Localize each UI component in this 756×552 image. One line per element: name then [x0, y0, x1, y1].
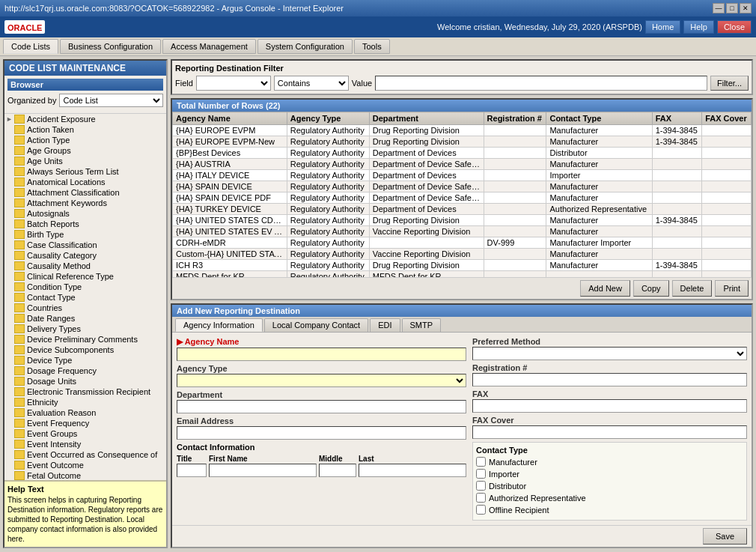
table-row[interactable]: ICH R3Regulatory AuthorityDrug Reporting… [173, 260, 752, 271]
list-item[interactable]: Device Subcomponents [4, 345, 166, 355]
department-input[interactable] [177, 400, 466, 413]
delete-button[interactable]: Delete [672, 280, 713, 297]
col-fax[interactable]: FAX [652, 112, 701, 125]
fax-input[interactable] [472, 399, 747, 413]
list-item[interactable]: Device Type [4, 355, 166, 366]
contact-middle-input[interactable] [319, 464, 356, 477]
close-window-button[interactable]: ✕ [740, 3, 752, 13]
table-row[interactable]: {HA} TURKEY DEVICERegulatory AuthorityDe… [173, 204, 752, 215]
table-row[interactable]: Custom-{HA} UNITED STATES EVAERSRegulato… [173, 249, 752, 260]
importer-checkbox[interactable] [476, 469, 486, 479]
col-agency-name[interactable]: Agency Name [173, 112, 287, 125]
preferred-method-select[interactable] [472, 347, 747, 360]
registration-input[interactable] [472, 373, 747, 386]
list-item[interactable]: Attachment Keywords [4, 198, 166, 208]
table-row[interactable]: {BP}Best DevicesRegulatory AuthorityDepa… [173, 148, 752, 159]
maximize-button[interactable]: □ [726, 3, 738, 13]
list-item[interactable]: Electronic Transmission Recipient [4, 386, 166, 397]
tab-tools[interactable]: Tools [354, 39, 390, 54]
tab-local-company-contact[interactable]: Local Company Contact [264, 318, 368, 332]
list-item[interactable]: Event Occurred as Consequence of [4, 449, 166, 460]
table-row[interactable]: {HA} UNITED STATES EV AERSRegulatory Aut… [173, 226, 752, 237]
distributor-checkbox[interactable] [476, 481, 486, 491]
filter-input[interactable] [375, 76, 707, 91]
tab-agency-information[interactable]: Agency Information [175, 318, 263, 332]
tab-smtp[interactable]: SMTP [402, 318, 442, 332]
list-item[interactable]: Fetal Outcome [4, 470, 166, 480]
table-row[interactable]: {HA} AUSTRIARegulatory AuthorityDepartme… [173, 159, 752, 170]
fax-cover-input[interactable] [472, 425, 747, 439]
contact-last-input[interactable] [359, 464, 466, 477]
table-row[interactable]: {HA} UNITED STATES CD ER R2Regulatory Au… [173, 215, 752, 226]
list-item[interactable]: Event Groups [4, 428, 166, 439]
col-department[interactable]: Department [369, 112, 484, 125]
organized-by-select[interactable]: Code List [59, 94, 163, 107]
list-item[interactable]: Contact Type [4, 292, 166, 303]
col-fax-cover[interactable]: FAX Cover [702, 112, 752, 125]
col-registration[interactable]: Registration # [484, 112, 546, 125]
table-row[interactable]: {HA} EUROPE EVPMRegulatory AuthorityDrug… [173, 125, 752, 136]
agency-name-input[interactable] [177, 348, 466, 361]
list-item[interactable]: Dosage Frequency [4, 366, 166, 376]
list-item[interactable]: Action Type [4, 135, 166, 145]
copy-button[interactable]: Copy [633, 280, 669, 297]
authorized-rep-checkbox[interactable] [476, 493, 486, 503]
email-input[interactable] [177, 426, 466, 440]
list-item[interactable]: Always Serious Term List [4, 166, 166, 177]
list-item[interactable]: Anatomical Locations [4, 177, 166, 187]
list-item[interactable]: Birth Type [4, 229, 166, 240]
list-item[interactable]: Delivery Types [4, 324, 166, 334]
list-item[interactable]: Date Ranges [4, 313, 166, 324]
list-item[interactable]: Device Preliminary Comments [4, 334, 166, 345]
list-item[interactable]: Dosage Units [4, 376, 166, 386]
list-item[interactable]: Age Groups [4, 145, 166, 156]
list-item[interactable]: Batch Reports [4, 219, 166, 229]
table-row[interactable]: CDRH-eMDRRegulatory AuthorityDV-999Manuf… [173, 237, 752, 249]
list-item[interactable]: Ethnicity [4, 397, 166, 407]
tab-business-configuration[interactable]: Business Configuration [60, 39, 161, 54]
minimize-button[interactable]: — [713, 3, 725, 13]
top-close-button[interactable]: Close [717, 20, 752, 34]
tab-system-configuration[interactable]: System Configuration [257, 39, 353, 54]
print-button[interactable]: Print [715, 280, 749, 297]
field-select[interactable] [196, 76, 271, 91]
list-item[interactable]: Causality Category [4, 250, 166, 261]
offline-recipient-checkbox[interactable] [476, 505, 486, 515]
list-item[interactable]: ► Accident Exposure [4, 114, 166, 124]
table-wrapper[interactable]: Agency Name Agency Type Department Regis… [172, 112, 752, 277]
list-item[interactable]: Condition Type [4, 282, 166, 292]
home-button[interactable]: Home [645, 20, 680, 34]
save-button[interactable]: Save [703, 528, 747, 545]
col-contact-type[interactable]: Contact Type [546, 112, 652, 125]
contact-title-input[interactable] [177, 464, 207, 477]
table-row[interactable]: MFDS Dept for KRRegulatory AuthorityMFDS… [173, 271, 752, 278]
add-new-button[interactable]: Add New [580, 280, 630, 297]
agency-type-select[interactable] [177, 374, 466, 387]
contains-select[interactable]: Contains Starts With Equals [274, 76, 349, 91]
list-item[interactable]: Causality Method [4, 261, 166, 271]
list-item[interactable]: Event Frequency [4, 418, 166, 428]
manufacturer-checkbox[interactable] [476, 457, 486, 467]
list-item[interactable]: Event Intensity [4, 439, 166, 449]
list-item[interactable]: Clinical Reference Type [4, 271, 166, 282]
table-row[interactable]: {HA} SPAIN DEVICE PDFRegulatory Authorit… [173, 192, 752, 204]
tab-access-management[interactable]: Access Management [162, 39, 256, 54]
list-item[interactable]: Evaluation Reason [4, 407, 166, 418]
list-item[interactable]: Action Taken [4, 124, 166, 135]
list-item[interactable]: Event Outcome [4, 460, 166, 470]
list-item[interactable]: Age Units [4, 156, 166, 166]
list-item[interactable]: Countries [4, 303, 166, 313]
tab-edi[interactable]: EDI [370, 318, 400, 332]
table-row[interactable]: {HA} SPAIN DEVICERegulatory AuthorityDep… [173, 181, 752, 192]
tab-code-lists[interactable]: Code Lists [3, 39, 58, 54]
list-item[interactable]: Autosignals [4, 208, 166, 219]
list-item[interactable]: Case Classification [4, 240, 166, 250]
contact-firstname-input[interactable] [209, 464, 317, 477]
list-item[interactable]: Attachment Classification [4, 187, 166, 198]
col-agency-type[interactable]: Agency Type [287, 112, 369, 125]
table-row[interactable]: {HA} EUROPE EVPM-NewRegulatory Authority… [173, 136, 752, 148]
table-row[interactable]: {HA} ITALY DEVICERegulatory AuthorityDep… [173, 170, 752, 181]
tree-container[interactable]: ► Accident Exposure Action Taken Action … [4, 114, 166, 480]
help-button[interactable]: Help [683, 20, 714, 34]
filter-button[interactable]: Filter... [710, 76, 749, 91]
